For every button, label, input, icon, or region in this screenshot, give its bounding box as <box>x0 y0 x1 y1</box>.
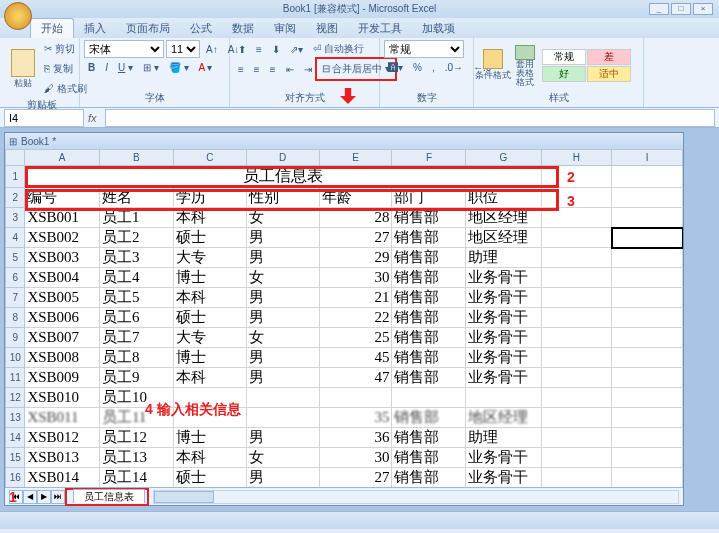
style-bad[interactable]: 差 <box>587 49 631 65</box>
fx-icon[interactable]: fx <box>84 112 101 124</box>
select-all-corner[interactable] <box>6 150 25 166</box>
cell[interactable] <box>612 208 683 228</box>
cell[interactable]: 销售部 <box>392 228 466 248</box>
row-header[interactable]: 4 <box>6 228 25 248</box>
cell[interactable]: 业务骨干 <box>466 288 541 308</box>
cell[interactable]: 销售部 <box>392 428 466 448</box>
cell[interactable] <box>541 308 612 328</box>
row-header[interactable]: 2 <box>6 188 25 208</box>
tab-view[interactable]: 视图 <box>306 19 348 38</box>
cell[interactable]: 销售部 <box>392 408 466 428</box>
maximize-button[interactable]: □ <box>671 3 691 15</box>
row-header[interactable]: 9 <box>6 328 25 348</box>
cell[interactable]: 男 <box>246 308 319 328</box>
cell[interactable]: XSB002 <box>25 228 100 248</box>
cell[interactable]: 女 <box>246 268 319 288</box>
cell[interactable]: 36 <box>319 428 392 448</box>
cell[interactable]: 员工1 <box>99 208 173 228</box>
italic-button[interactable]: I <box>101 60 112 75</box>
border-button[interactable]: ⊞ ▾ <box>139 60 163 75</box>
cell[interactable]: 助理 <box>466 248 541 268</box>
cell[interactable]: 业务骨干 <box>466 448 541 468</box>
cell[interactable] <box>612 188 683 208</box>
cell[interactable]: 销售部 <box>392 208 466 228</box>
currency-button[interactable]: 🅰▾ <box>384 60 407 75</box>
cell[interactable]: 销售部 <box>392 448 466 468</box>
cell[interactable]: XSB003 <box>25 248 100 268</box>
cell[interactable]: 45 <box>319 348 392 368</box>
increase-font-button[interactable]: A↑ <box>202 42 222 57</box>
cell[interactable] <box>466 388 541 408</box>
cell[interactable]: 年龄 <box>319 188 392 208</box>
cell[interactable]: 业务骨干 <box>466 468 541 488</box>
worksheet-grid[interactable]: A B C D E F G H I 1员工信息表2编号姓名学历性别年龄部门职位3… <box>5 149 683 487</box>
row-header[interactable]: 8 <box>6 308 25 328</box>
cell[interactable]: 姓名 <box>99 188 173 208</box>
row-header[interactable]: 3 <box>6 208 25 228</box>
align-left-button[interactable]: ≡ <box>234 62 248 77</box>
cell[interactable] <box>541 468 612 488</box>
table-format-button[interactable]: 套用 表格格式 <box>510 43 540 89</box>
cell[interactable] <box>246 388 319 408</box>
cell[interactable]: 员工12 <box>99 428 173 448</box>
tab-home[interactable]: 开始 <box>30 18 74 38</box>
increase-decimal-button[interactable]: .0→ <box>441 60 467 75</box>
style-good[interactable]: 好 <box>542 66 586 82</box>
formula-input[interactable] <box>105 109 715 127</box>
col-header[interactable]: E <box>319 150 392 166</box>
cell[interactable]: 性别 <box>246 188 319 208</box>
cell[interactable]: 21 <box>319 288 392 308</box>
cell[interactable] <box>541 328 612 348</box>
cell[interactable]: XSB004 <box>25 268 100 288</box>
tab-addins[interactable]: 加载项 <box>412 19 465 38</box>
cell[interactable]: 编号 <box>25 188 100 208</box>
cell[interactable] <box>541 388 612 408</box>
cell[interactable]: 销售部 <box>392 468 466 488</box>
conditional-format-button[interactable]: 条件格式 <box>478 43 508 89</box>
cell[interactable] <box>612 348 683 368</box>
cell[interactable]: 硕士 <box>173 468 246 488</box>
align-middle-button[interactable]: ≡ <box>252 42 266 57</box>
cell[interactable]: 员工信息表 <box>25 166 541 188</box>
style-normal[interactable]: 常规 <box>542 49 586 65</box>
row-header[interactable]: 6 <box>6 268 25 288</box>
cell[interactable] <box>612 388 683 408</box>
fill-color-button[interactable]: 🪣 ▾ <box>165 60 193 75</box>
cell[interactable] <box>612 228 683 248</box>
cell[interactable]: 学历 <box>173 188 246 208</box>
cell[interactable]: 硕士 <box>173 228 246 248</box>
style-neutral[interactable]: 适中 <box>587 66 631 82</box>
row-header[interactable]: 13 <box>6 408 25 428</box>
cell[interactable] <box>612 448 683 468</box>
cell[interactable] <box>246 408 319 428</box>
cell[interactable]: 博士 <box>173 268 246 288</box>
row-header[interactable]: 12 <box>6 388 25 408</box>
col-header[interactable]: B <box>99 150 173 166</box>
row-header[interactable]: 10 <box>6 348 25 368</box>
sheet-tab[interactable]: 员工信息表 <box>73 489 145 503</box>
font-family-select[interactable]: 宋体 <box>84 40 164 58</box>
cell[interactable]: 地区经理 <box>466 228 541 248</box>
cell[interactable]: 助理 <box>466 428 541 448</box>
cell[interactable]: 员工8 <box>99 348 173 368</box>
row-header[interactable]: 5 <box>6 248 25 268</box>
cell[interactable] <box>612 328 683 348</box>
tab-developer[interactable]: 开发工具 <box>348 19 412 38</box>
cell[interactable]: XSB001 <box>25 208 100 228</box>
row-header[interactable]: 14 <box>6 428 25 448</box>
cell[interactable]: 销售部 <box>392 348 466 368</box>
cell[interactable]: 业务骨干 <box>466 348 541 368</box>
cell[interactable]: 本科 <box>173 368 246 388</box>
bold-button[interactable]: B <box>84 60 99 75</box>
align-center-button[interactable]: ≡ <box>250 62 264 77</box>
cell-styles-gallery[interactable]: 常规 差 好 适中 <box>542 49 631 82</box>
cell[interactable] <box>319 388 392 408</box>
cell[interactable]: XSB012 <box>25 428 100 448</box>
cell[interactable]: 硕士 <box>173 308 246 328</box>
cell[interactable]: 27 <box>319 228 392 248</box>
cell[interactable]: 本科 <box>173 208 246 228</box>
comma-button[interactable]: , <box>428 60 439 75</box>
cell[interactable]: 员工13 <box>99 448 173 468</box>
cell[interactable]: 地区经理 <box>466 208 541 228</box>
col-header[interactable]: H <box>541 150 612 166</box>
